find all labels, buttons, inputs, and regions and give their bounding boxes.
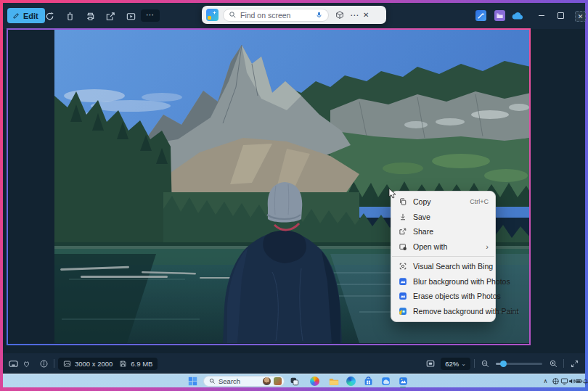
delete-icon[interactable] <box>62 9 77 23</box>
zoom-level: 62% <box>445 360 459 368</box>
zoom-slider-thumb[interactable] <box>500 361 507 367</box>
photo-canvas: Copy Ctrl+C Save Share <box>3 29 585 353</box>
save-icon <box>398 212 407 221</box>
menu-item-open-with[interactable]: Open with › <box>391 239 495 255</box>
context-menu: Copy Ctrl+C Save Share <box>391 191 496 322</box>
menu-separator <box>392 256 494 257</box>
task-view-icon[interactable] <box>289 376 300 387</box>
image-metadata: 3000 x 2000 6.9 MB <box>58 358 158 370</box>
photos-app-window: Edit ⋯ <box>3 3 585 387</box>
gallery-icon[interactable] <box>494 10 505 21</box>
shortcut-label: Ctrl+C <box>470 198 489 205</box>
findbar-close-icon[interactable]: ✕ <box>363 11 369 19</box>
find-on-screen-bar: Find on screen ⋯ ✕ <box>202 6 386 24</box>
start-button[interactable] <box>187 376 198 387</box>
file-size-icon <box>119 360 127 368</box>
designer-icon[interactable] <box>475 10 486 21</box>
mouse-cursor <box>388 188 397 199</box>
file-explorer-icon[interactable] <box>328 376 339 387</box>
edit-button-label: Edit <box>23 12 38 20</box>
bell-icon[interactable] <box>580 376 588 387</box>
copilot-icon[interactable] <box>309 376 320 387</box>
edit-button[interactable]: Edit <box>7 8 45 23</box>
photos-app-icon[interactable] <box>398 376 409 387</box>
zoom-in-icon[interactable] <box>547 357 560 370</box>
divider <box>54 359 54 368</box>
taskbar: Search <box>3 374 585 387</box>
paint-app-icon <box>398 306 407 316</box>
zoom-level-dropdown[interactable]: 62% ⌄ <box>441 358 470 370</box>
maximize-button[interactable] <box>556 11 565 20</box>
pen-icon <box>12 12 20 20</box>
slideshow-icon[interactable] <box>123 9 138 23</box>
close-button[interactable]: ✕ <box>575 11 586 22</box>
photos-app-icon <box>398 292 407 301</box>
search-icon <box>209 378 216 384</box>
outlook-icon[interactable] <box>380 376 391 387</box>
menu-item-save[interactable]: Save <box>391 210 495 225</box>
chevron-up-icon[interactable]: ∧ <box>540 376 551 387</box>
favorite-heart-icon[interactable] <box>20 357 33 370</box>
copy-icon <box>398 197 407 207</box>
microsoft-store-icon[interactable] <box>363 376 374 387</box>
image-dimensions: 3000 x 2000 <box>75 360 113 368</box>
titlebar: Edit ⋯ <box>3 3 585 29</box>
screen: Edit ⋯ <box>0 0 588 391</box>
rotate-icon[interactable] <box>42 9 57 23</box>
zoom-out-icon[interactable] <box>478 357 491 370</box>
menu-item-remove-background[interactable]: Remove background with Paint <box>391 304 495 319</box>
click-to-do-icon <box>206 9 219 21</box>
box-3d-icon[interactable] <box>333 9 346 21</box>
divider <box>563 359 564 368</box>
open-with-icon <box>398 242 407 251</box>
findbar-more-icon[interactable]: ⋯ <box>350 10 359 20</box>
share-icon[interactable] <box>103 9 118 23</box>
print-icon[interactable] <box>83 9 97 23</box>
taskbar-search[interactable]: Search <box>203 376 285 387</box>
filmstrip-toggle-icon[interactable] <box>7 357 20 370</box>
edge-icon[interactable] <box>346 376 356 387</box>
dimensions-icon <box>63 360 71 368</box>
zoom-slider[interactable] <box>496 363 542 365</box>
active-app-indicator <box>400 387 406 388</box>
file-size: 6.9 MB <box>131 360 152 368</box>
minimize-button[interactable] <box>536 11 546 20</box>
divider <box>474 359 475 368</box>
fit-to-window-icon[interactable] <box>424 357 437 370</box>
find-placeholder: Find on screen <box>240 11 311 20</box>
fullscreen-icon[interactable] <box>568 357 581 370</box>
submenu-arrow-icon: › <box>486 243 489 250</box>
statusbar: 3000 x 2000 6.9 MB 62% ⌄ <box>3 353 585 374</box>
find-on-screen-input[interactable]: Find on screen <box>223 9 329 22</box>
share-menu-icon <box>398 227 407 236</box>
menu-item-share[interactable]: Share <box>391 224 495 239</box>
info-icon[interactable] <box>37 357 50 370</box>
visual-search-icon <box>398 262 407 271</box>
menu-item-erase-objects[interactable]: Erase objects with Photos <box>391 289 495 304</box>
more-options-button[interactable]: ⋯ <box>141 9 160 22</box>
chevron-down-icon: ⌄ <box>461 361 466 367</box>
microphone-icon[interactable] <box>315 11 323 19</box>
search-icon <box>229 11 237 19</box>
menu-item-blur-background[interactable]: Blur background with Photos <box>391 274 495 289</box>
menu-item-visual-search[interactable]: Visual Search with Bing <box>391 259 495 274</box>
onedrive-icon[interactable] <box>511 9 524 22</box>
search-highlight-avatar <box>263 377 271 385</box>
photos-app-icon <box>398 276 407 286</box>
taskbar-search-label: Search <box>219 377 260 385</box>
search-daily-image <box>274 377 282 385</box>
menu-item-copy[interactable]: Copy Ctrl+C <box>391 194 495 210</box>
